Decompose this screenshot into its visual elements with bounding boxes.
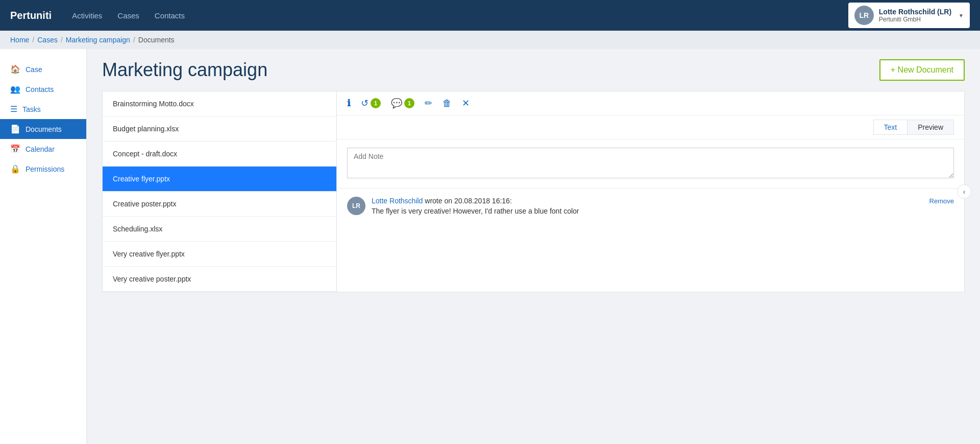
- comment-badge: 1: [404, 98, 414, 108]
- expand-button[interactable]: ✕: [462, 98, 470, 109]
- comment-remove-button[interactable]: Remove: [929, 197, 954, 205]
- breadcrumb: Home / Cases / Marketing campaign / Docu…: [0, 31, 980, 49]
- nav-links: Activities Cases Contacts: [72, 11, 848, 20]
- user-avatar: LR: [854, 6, 874, 25]
- comment-wrote: wrote on: [425, 197, 454, 205]
- doc-item-3[interactable]: Creative flyer.pptx: [103, 167, 336, 192]
- comment-meta: Lotte Rothschild wrote on 20.08.2018 16:…: [372, 197, 512, 205]
- user-info: Lotte Rothschild (LR) Pertuniti GmbH: [879, 8, 951, 23]
- view-tabs: Text Preview: [337, 115, 964, 139]
- info-icon[interactable]: ℹ: [347, 98, 351, 109]
- breadcrumb-sep-2: /: [61, 36, 63, 44]
- breadcrumb-cases[interactable]: Cases: [37, 36, 58, 44]
- breadcrumb-home[interactable]: Home: [10, 36, 29, 44]
- sidebar-label-case: Case: [26, 65, 42, 74]
- comment-item: LR Lotte Rothschild wrote on 20.08.2018 …: [347, 197, 954, 215]
- sidebar-label-contacts: Contacts: [26, 85, 54, 94]
- tasks-icon: ☰: [10, 104, 17, 114]
- sidebar: 🏠 Case 👥 Contacts ☰ Tasks 📄 Documents 📅 …: [0, 49, 87, 444]
- expand-icon: ✕: [462, 98, 470, 109]
- delete-icon: 🗑: [443, 98, 452, 109]
- brand-logo: Pertuniti: [10, 10, 52, 21]
- main-content: Marketing campaign + New Document Brains…: [87, 49, 980, 444]
- calendar-icon: 📅: [10, 144, 20, 154]
- doc-item-7[interactable]: Very creative poster.pptx: [103, 267, 336, 292]
- breadcrumb-marketing[interactable]: Marketing campaign: [66, 36, 130, 44]
- delete-button[interactable]: 🗑: [443, 98, 452, 109]
- document-list: Brainstorming Motto.docx Budget planning…: [102, 91, 337, 292]
- top-nav: Pertuniti Activities Cases Contacts LR L…: [0, 0, 980, 31]
- tab-preview[interactable]: Preview: [907, 120, 954, 135]
- doc-item-2[interactable]: Concept - draft.docx: [103, 142, 336, 167]
- comment-text: The flyer is very creative! However, I'd…: [372, 207, 954, 215]
- sidebar-label-documents: Documents: [26, 125, 62, 133]
- new-document-button[interactable]: + New Document: [879, 59, 965, 81]
- sidebar-item-case[interactable]: 🏠 Case: [0, 59, 86, 79]
- case-icon: 🏠: [10, 64, 20, 74]
- user-org: Pertuniti GmbH: [879, 16, 951, 23]
- comment-button[interactable]: 💬 1: [391, 98, 414, 109]
- contacts-icon: 👥: [10, 84, 20, 94]
- content-area: Brainstorming Motto.docx Budget planning…: [102, 91, 965, 292]
- history-badge: 1: [371, 98, 381, 108]
- detail-toolbar: ℹ ↺ 1 💬 1 ✏ 🗑 ✕: [337, 91, 964, 115]
- sidebar-label-permissions: Permissions: [26, 165, 64, 173]
- permissions-icon: 🔒: [10, 164, 20, 174]
- comment-author: Lotte Rothschild: [372, 197, 423, 205]
- user-menu[interactable]: LR Lotte Rothschild (LR) Pertuniti GmbH …: [848, 3, 970, 28]
- comment-date: 20.08.2018 16:16:: [454, 197, 512, 205]
- comment-header: Lotte Rothschild wrote on 20.08.2018 16:…: [372, 197, 954, 205]
- sidebar-label-tasks: Tasks: [22, 105, 41, 113]
- breadcrumb-sep-1: /: [32, 36, 34, 44]
- collapse-panel-button[interactable]: ‹: [957, 184, 971, 199]
- edit-button[interactable]: ✏: [425, 98, 432, 109]
- nav-cases[interactable]: Cases: [117, 11, 139, 20]
- sidebar-item-calendar[interactable]: 📅 Calendar: [0, 139, 86, 159]
- sidebar-label-calendar: Calendar: [26, 145, 55, 153]
- edit-icon: ✏: [425, 98, 432, 109]
- documents-icon: 📄: [10, 124, 20, 134]
- user-dropdown-arrow: ▼: [959, 13, 964, 18]
- sidebar-item-contacts[interactable]: 👥 Contacts: [0, 79, 86, 99]
- breadcrumb-current: Documents: [138, 36, 175, 44]
- breadcrumb-sep-3: /: [133, 36, 135, 44]
- page-container: 🏠 Case 👥 Contacts ☰ Tasks 📄 Documents 📅 …: [0, 49, 980, 444]
- comment-icon: 💬: [391, 98, 402, 109]
- nav-activities[interactable]: Activities: [72, 11, 102, 20]
- doc-item-1[interactable]: Budget planning.xlsx: [103, 116, 336, 142]
- comments-area: LR Lotte Rothschild wrote on 20.08.2018 …: [337, 189, 964, 223]
- sidebar-item-documents[interactable]: 📄 Documents: [0, 119, 86, 139]
- add-note-input[interactable]: [347, 148, 954, 178]
- detail-panel: ℹ ↺ 1 💬 1 ✏ 🗑 ✕: [337, 91, 965, 292]
- history-button[interactable]: ↺ 1: [361, 98, 381, 109]
- doc-item-6[interactable]: Very creative flyer.pptx: [103, 242, 336, 267]
- tab-text[interactable]: Text: [873, 120, 908, 135]
- user-name: Lotte Rothschild (LR): [879, 8, 951, 16]
- doc-item-0[interactable]: Brainstorming Motto.docx: [103, 91, 336, 116]
- doc-item-5[interactable]: Scheduling.xlsx: [103, 217, 336, 242]
- comment-body: Lotte Rothschild wrote on 20.08.2018 16:…: [372, 197, 954, 215]
- note-area: [337, 139, 964, 189]
- nav-contacts[interactable]: Contacts: [155, 11, 185, 20]
- comment-avatar: LR: [347, 197, 365, 215]
- history-icon: ↺: [361, 98, 369, 109]
- sidebar-item-tasks[interactable]: ☰ Tasks: [0, 99, 86, 119]
- doc-item-4[interactable]: Creative poster.pptx: [103, 192, 336, 217]
- page-title: Marketing campaign: [102, 59, 267, 81]
- sidebar-item-permissions[interactable]: 🔒 Permissions: [0, 159, 86, 179]
- main-header: Marketing campaign + New Document: [102, 59, 965, 81]
